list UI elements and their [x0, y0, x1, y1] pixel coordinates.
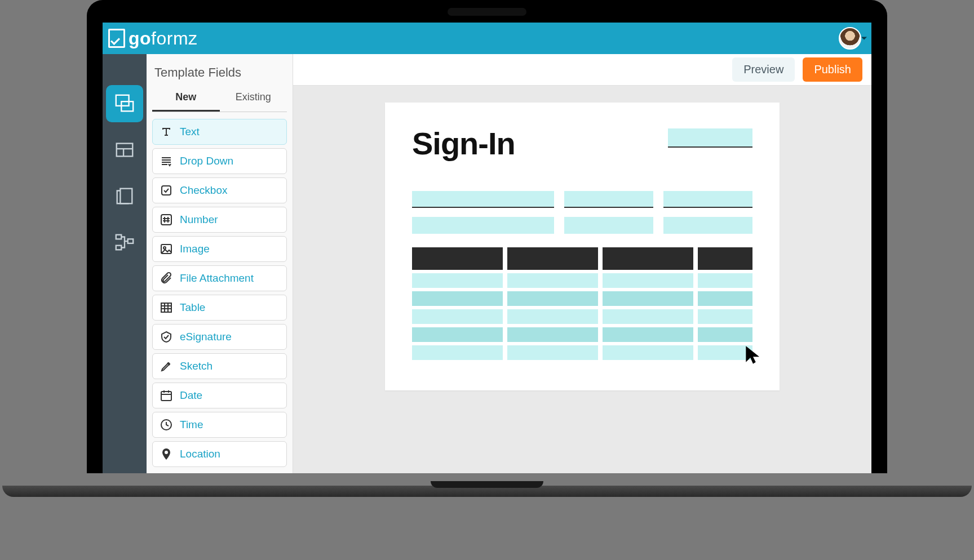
- svg-point-20: [163, 247, 166, 249]
- table-cell[interactable]: [507, 309, 598, 324]
- chevron-down-icon: [861, 37, 867, 40]
- flow-icon: [114, 232, 135, 253]
- form-title: Sign-In: [412, 125, 515, 162]
- table-header-cell[interactable]: [603, 247, 693, 270]
- panel-tabs: New Existing: [152, 86, 287, 112]
- field-type-label: Text: [180, 126, 200, 138]
- field-type-checkbox[interactable]: Checkbox: [152, 177, 287, 203]
- rail-flow[interactable]: [106, 224, 143, 261]
- field-type-number[interactable]: Number: [152, 207, 287, 233]
- cursor-icon: [742, 344, 764, 368]
- svg-rect-8: [116, 246, 122, 250]
- table-row: [412, 327, 752, 342]
- field-type-image[interactable]: Image: [152, 236, 287, 262]
- table-cell[interactable]: [412, 273, 503, 288]
- field-slot[interactable]: [564, 217, 653, 234]
- table-cell[interactable]: [698, 291, 752, 306]
- field-slot[interactable]: [412, 191, 554, 208]
- table-cell[interactable]: [603, 345, 693, 360]
- canvas[interactable]: Sign-In: [293, 86, 871, 473]
- field-type-label: Drop Down: [180, 155, 233, 167]
- tab-existing[interactable]: Existing: [220, 86, 287, 112]
- checkbox-icon: [160, 184, 173, 197]
- table-row: [412, 345, 752, 360]
- table-cell[interactable]: [603, 309, 693, 324]
- table-row: [412, 273, 752, 288]
- rail-pages[interactable]: [106, 177, 143, 215]
- field-type-esignature[interactable]: eSignature: [152, 324, 287, 350]
- esignature-icon: [160, 330, 173, 344]
- field-type-table[interactable]: Table: [152, 295, 287, 321]
- table-cell[interactable]: [603, 273, 693, 288]
- brand-logo[interactable]: goformz: [108, 28, 198, 49]
- table-row: [412, 309, 752, 324]
- table-cell[interactable]: [603, 327, 693, 342]
- field-row-2: [412, 217, 752, 234]
- field-slot[interactable]: [663, 217, 752, 234]
- sections-icon: [114, 139, 135, 161]
- app-topbar: goformz: [103, 23, 871, 54]
- panel-title: Template Fields: [154, 65, 285, 80]
- field-type-time[interactable]: Time: [152, 412, 287, 438]
- table-cell[interactable]: [507, 327, 598, 342]
- field-type-label: Sketch: [180, 360, 212, 372]
- publish-button[interactable]: Publish: [803, 57, 862, 82]
- field-slot[interactable]: [663, 191, 752, 208]
- field-type-date[interactable]: Date: [152, 383, 287, 408]
- table-cell[interactable]: [412, 309, 503, 324]
- table-row: [412, 291, 752, 306]
- svg-rect-7: [128, 239, 134, 243]
- table-cell[interactable]: [412, 327, 503, 342]
- field-type-label: Table: [180, 301, 205, 314]
- device-camera: [448, 8, 526, 16]
- field-type-label: Location: [180, 448, 220, 460]
- table-cell[interactable]: [507, 291, 598, 306]
- svg-rect-27: [161, 392, 171, 401]
- user-avatar[interactable]: [839, 27, 861, 50]
- preview-button[interactable]: Preview: [732, 57, 795, 82]
- table-header-cell[interactable]: [698, 247, 752, 270]
- svg-rect-5: [120, 189, 132, 204]
- field-type-attachment[interactable]: File Attachment: [152, 265, 287, 291]
- sketch-icon: [160, 359, 173, 373]
- table-header-cell[interactable]: [507, 247, 598, 270]
- table-cell[interactable]: [698, 327, 752, 342]
- device-bezel: goformz: [87, 0, 887, 473]
- form-page[interactable]: Sign-In: [385, 103, 780, 390]
- pages-icon: [114, 185, 135, 207]
- field-type-text[interactable]: Text: [152, 119, 287, 145]
- field-list: TextDrop DownCheckboxNumberImageFile Att…: [152, 119, 287, 467]
- rail-layout[interactable]: [106, 85, 143, 122]
- rail-sections[interactable]: [106, 131, 143, 168]
- dropdown-icon: [160, 154, 173, 168]
- form-table[interactable]: [412, 247, 752, 360]
- field-type-label: Date: [180, 389, 202, 402]
- table-header-cell[interactable]: [412, 247, 503, 270]
- field-slot[interactable]: [412, 217, 554, 234]
- workspace: Preview Publish Sign-In: [293, 54, 871, 473]
- app-screen: goformz: [103, 23, 871, 473]
- app-body: Template Fields New Existing TextDrop Do…: [103, 54, 871, 473]
- table-cell[interactable]: [507, 273, 598, 288]
- field-type-sketch[interactable]: Sketch: [152, 353, 287, 379]
- table-cell[interactable]: [603, 291, 693, 306]
- table-cell[interactable]: [412, 345, 503, 360]
- date-icon: [160, 389, 173, 402]
- tab-new[interactable]: New: [152, 86, 220, 112]
- table-cell[interactable]: [507, 345, 598, 360]
- field-type-label: Time: [180, 419, 203, 431]
- table-cell[interactable]: [698, 273, 752, 288]
- field-row-1: [412, 191, 752, 208]
- field-type-label: Number: [180, 214, 218, 226]
- brand-prefix: go: [129, 28, 151, 48]
- table-cell[interactable]: [412, 291, 503, 306]
- fields-panel: Template Fields New Existing TextDrop Do…: [147, 54, 293, 473]
- field-slot[interactable]: [564, 191, 653, 208]
- field-type-location[interactable]: Location: [152, 441, 287, 467]
- table-icon: [160, 301, 173, 314]
- field-slot-header[interactable]: [668, 128, 752, 148]
- field-type-label: Image: [180, 243, 210, 255]
- field-type-dropdown[interactable]: Drop Down: [152, 148, 287, 174]
- table-cell[interactable]: [698, 309, 752, 324]
- svg-rect-21: [161, 303, 171, 312]
